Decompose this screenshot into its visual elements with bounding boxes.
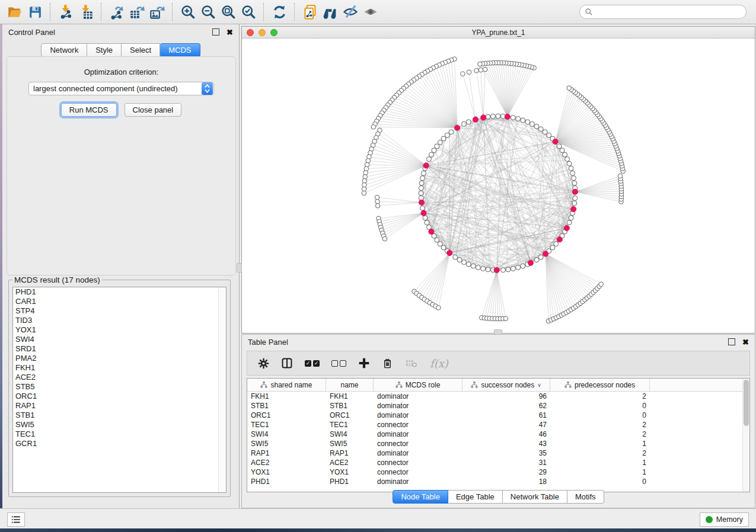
network-node[interactable] [503, 316, 508, 321]
network-node[interactable] [426, 157, 431, 162]
table-row[interactable]: PHD1PHD1dominator180 [247, 477, 749, 486]
tab-network[interactable]: Network [41, 43, 87, 57]
column-header-successor-nodes[interactable]: successor nodes∨ [462, 379, 550, 391]
import-table-button[interactable] [76, 2, 96, 21]
float-table-panel-icon[interactable] [728, 338, 735, 345]
run-mcds-button[interactable]: Run MCDS [61, 103, 117, 117]
mcds-result-item[interactable]: STP4 [13, 306, 226, 316]
network-node[interactable] [438, 242, 442, 246]
zoom-out-button[interactable] [198, 2, 218, 21]
mcds-result-item[interactable]: YOX1 [13, 325, 226, 335]
mcds-hub-node[interactable] [564, 225, 569, 230]
network-node[interactable] [567, 220, 572, 225]
network-node[interactable] [547, 133, 551, 137]
network-node[interactable] [550, 245, 555, 250]
network-node[interactable] [521, 264, 525, 268]
mcds-hub-node[interactable] [447, 250, 452, 255]
tab-edge-table[interactable]: Edge Table [448, 490, 503, 504]
network-node[interactable] [525, 120, 530, 124]
network-node[interactable] [538, 255, 543, 259]
search-binoculars-button[interactable] [320, 2, 340, 21]
network-node[interactable] [506, 267, 511, 272]
network-node[interactable] [435, 238, 439, 242]
network-node[interactable] [364, 166, 369, 171]
column-header-predecessor-nodes[interactable]: predecessor nodes [550, 379, 650, 391]
network-node[interactable] [467, 70, 471, 75]
network-node[interactable] [490, 114, 495, 118]
mcds-result-item[interactable]: ORC1 [13, 392, 226, 401]
table-scrollbar[interactable] [742, 379, 749, 492]
network-node[interactable] [599, 282, 604, 287]
network-node[interactable] [362, 191, 366, 196]
tab-style[interactable]: Style [87, 43, 122, 57]
mcds-result-item[interactable]: GCR1 [13, 439, 226, 448]
network-node[interactable] [466, 262, 471, 267]
task-history-button[interactable] [7, 512, 25, 527]
mcds-hub-node[interactable] [557, 237, 562, 242]
network-node[interactable] [570, 171, 575, 175]
network-node[interactable] [462, 260, 467, 265]
network-node[interactable] [438, 140, 442, 145]
network-node[interactable] [382, 236, 387, 241]
network-node[interactable] [466, 120, 471, 124]
mcds-result-item[interactable]: PHD1 [13, 287, 226, 297]
network-node[interactable] [375, 195, 379, 200]
network-node[interactable] [554, 242, 559, 246]
network-node[interactable] [419, 185, 423, 190]
network-node[interactable] [521, 118, 525, 123]
network-window-titlebar[interactable]: YPA_prune.txt_1 [242, 27, 755, 39]
network-node[interactable] [449, 130, 454, 134]
network-canvas[interactable] [242, 38, 755, 333]
network-node[interactable] [486, 114, 490, 119]
open-session-button[interactable] [5, 2, 25, 21]
network-node[interactable] [461, 72, 465, 76]
delete-column-button[interactable] [382, 358, 393, 369]
network-node[interactable] [529, 121, 534, 126]
mcds-result-item[interactable]: STB1 [13, 411, 226, 420]
network-node[interactable] [441, 245, 446, 250]
mcds-hub-node[interactable] [419, 200, 424, 205]
network-node[interactable] [436, 306, 441, 310]
mcds-hub-node[interactable] [473, 117, 478, 122]
network-node[interactable] [432, 148, 436, 153]
network-node[interactable] [501, 268, 506, 273]
mcds-hub-node[interactable] [572, 189, 578, 194]
network-node[interactable] [375, 204, 380, 209]
optimization-criterion-select[interactable]: largest connected component (undirected) [28, 82, 214, 95]
close-panel-button[interactable]: Close panel [125, 103, 182, 117]
close-panel-icon[interactable]: ✖ [227, 28, 233, 37]
network-node[interactable] [429, 152, 433, 157]
network-node[interactable] [511, 115, 515, 120]
network-node[interactable] [567, 161, 572, 166]
table-row[interactable]: SWI5SWI5connector431 [247, 439, 749, 448]
network-node[interactable] [420, 176, 425, 181]
network-node[interactable] [457, 258, 462, 262]
network-node[interactable] [423, 216, 428, 220]
mcds-result-item[interactable]: TID3 [13, 316, 226, 325]
mcds-result-item[interactable]: FKH1 [13, 363, 226, 373]
show-column-panel-button[interactable] [281, 357, 293, 369]
network-node[interactable] [572, 201, 577, 206]
network-node[interactable] [496, 114, 500, 118]
network-node[interactable] [375, 199, 380, 204]
table-row[interactable]: SWI4SWI4dominator462 [247, 430, 749, 439]
add-column-button[interactable] [358, 357, 370, 369]
network-node[interactable] [481, 267, 486, 271]
mcds-result-item[interactable]: PMA2 [13, 354, 226, 363]
tab-mcds[interactable]: MCDS [160, 43, 200, 57]
network-node[interactable] [534, 124, 539, 129]
network-node[interactable] [569, 166, 573, 171]
table-row[interactable]: RAP1RAP1dominator352 [247, 448, 749, 458]
column-header-name[interactable]: name [326, 379, 374, 391]
network-node[interactable] [569, 216, 573, 220]
network-node[interactable] [419, 191, 423, 196]
network-node[interactable] [572, 181, 577, 185]
mcds-hub-node[interactable] [421, 210, 426, 216]
table-row[interactable]: ACE2ACE2connector311 [247, 458, 749, 467]
mcds-hub-node[interactable] [494, 267, 499, 273]
close-table-panel-icon[interactable]: ✖ [742, 338, 749, 347]
table-scrollbar-thumb[interactable] [744, 380, 749, 426]
network-node[interactable] [618, 174, 623, 178]
tab-node-table[interactable]: Node Table [393, 490, 448, 504]
mcds-list-scrollbar[interactable] [218, 287, 226, 492]
